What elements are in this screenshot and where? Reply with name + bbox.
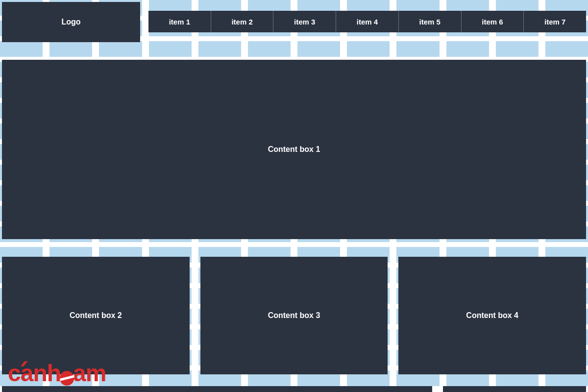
- nav-item-label: item 2: [231, 18, 252, 26]
- nav-item-1[interactable]: item 1: [148, 11, 211, 32]
- content-box-1-label: Content box 1: [268, 145, 320, 154]
- nav-item-label: item 3: [294, 18, 315, 26]
- nav-item-7[interactable]: item 7: [524, 11, 586, 32]
- logo-panel[interactable]: Logo: [2, 2, 140, 42]
- nav-item-label: item 1: [169, 18, 190, 26]
- nav-item-6[interactable]: item 6: [462, 11, 524, 32]
- content-box-1: Content box 1: [2, 60, 586, 239]
- content-box-4: Content box 4: [398, 257, 586, 374]
- nav-item-label: item 4: [357, 18, 378, 26]
- nav-item-4[interactable]: item 4: [336, 11, 399, 32]
- nav-item-5[interactable]: item 5: [399, 11, 462, 32]
- trademark-symbol: ™: [107, 371, 113, 377]
- nav-item-2[interactable]: item 2: [211, 11, 274, 32]
- main-nav: item 1 item 2 item 3 item 4 item 5 item …: [148, 11, 586, 32]
- content-box-4-label: Content box 4: [466, 311, 518, 320]
- content-box-bottom-right: [443, 386, 587, 392]
- content-box-3: Content box 3: [200, 257, 388, 374]
- logo-label: Logo: [61, 18, 80, 26]
- watermark-logo: canham™: [8, 362, 113, 385]
- content-box-3-label: Content box 3: [268, 311, 320, 320]
- ball-icon: [60, 371, 74, 386]
- nav-item-label: item 6: [482, 18, 503, 26]
- nav-item-label: item 7: [544, 18, 565, 26]
- content-row-bottom: [2, 386, 586, 392]
- content-row-3col: Content box 2 Content box 3 Content box …: [2, 257, 586, 374]
- nav-item-3[interactable]: item 3: [273, 11, 336, 32]
- watermark-text: canham: [8, 362, 106, 385]
- content-box-bottom-left: [2, 386, 432, 392]
- nav-item-label: item 5: [419, 18, 441, 26]
- content-box-2: Content box 2: [2, 257, 190, 374]
- content-box-2-label: Content box 2: [70, 311, 122, 320]
